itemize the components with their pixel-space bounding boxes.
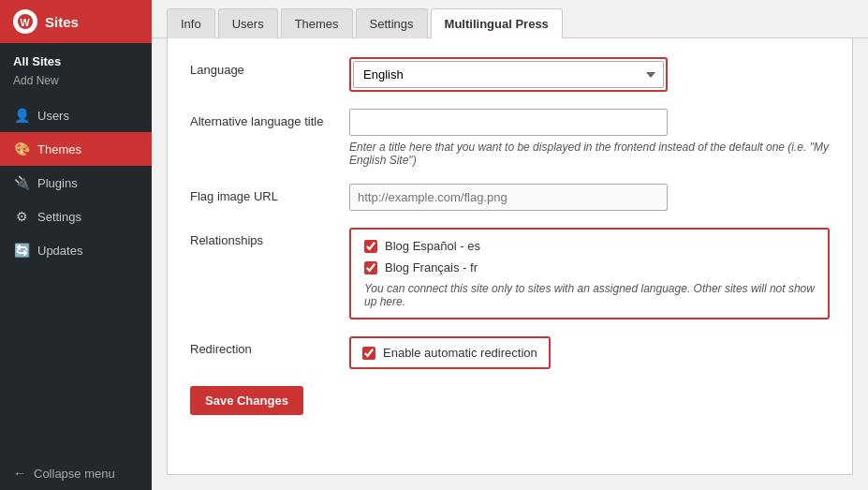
main-content: Info Users Themes Settings Multilingual …	[152, 0, 868, 490]
sidebar-item-plugins[interactable]: Plugins	[0, 166, 152, 200]
wp-logo-icon: W	[13, 9, 37, 34]
save-button[interactable]: Save Changes	[190, 386, 303, 415]
sidebar: W Sites All Sites Add New Users Themes P…	[0, 0, 152, 490]
sidebar-item-updates[interactable]: Updates	[0, 233, 152, 267]
relationships-label: Relationships	[190, 228, 349, 247]
sidebar-item-updates-label: Updates	[37, 244, 82, 258]
alt-title-row: Alternative language title Enter a title…	[190, 109, 830, 167]
flag-url-label: Flag image URL	[190, 184, 349, 203]
sidebar-title: Sites	[45, 14, 79, 30]
themes-icon	[13, 141, 30, 157]
redirection-row: Redirection Enable automatic redirection	[190, 336, 830, 369]
alt-title-label: Alternative language title	[190, 109, 349, 128]
language-control: English French German Spanish	[349, 57, 830, 92]
save-row: Save Changes	[190, 386, 830, 415]
content-area: Language English French German Spanish A…	[167, 38, 853, 475]
alt-title-input[interactable]	[349, 109, 668, 136]
sidebar-item-themes-label: Themes	[37, 142, 81, 156]
sidebar-item-settings-label: Settings	[37, 210, 81, 224]
users-icon	[13, 107, 30, 124]
language-label: Language	[190, 57, 349, 77]
sidebar-logo: W Sites	[0, 0, 152, 43]
alt-title-control: Enter a title here that you want to be d…	[349, 109, 830, 167]
redirection-label: Redirection	[190, 336, 349, 356]
tab-users[interactable]: Users	[218, 8, 278, 38]
relationship-fr-label: Blog Français - fr	[385, 260, 478, 275]
language-select[interactable]: English French German Spanish	[353, 61, 664, 88]
redirection-control: Enable automatic redirection	[349, 336, 830, 369]
relationship-item-es: Blog Español - es	[364, 239, 815, 253]
relationships-box: Blog Español - es Blog Français - fr You…	[349, 228, 830, 319]
sidebar-top-links: All Sites Add New	[0, 43, 152, 98]
collapse-icon	[13, 466, 26, 481]
tab-info[interactable]: Info	[167, 8, 215, 38]
all-sites-link[interactable]: All Sites	[0, 51, 152, 72]
tab-themes[interactable]: Themes	[281, 8, 353, 38]
relationships-hint: You can connect this site only to sites …	[364, 282, 815, 308]
language-row: Language English French German Spanish	[190, 57, 830, 92]
sidebar-item-settings[interactable]: Settings	[0, 200, 152, 233]
svg-text:W: W	[21, 17, 31, 28]
add-new-link[interactable]: Add New	[0, 72, 152, 95]
relationship-item-fr: Blog Français - fr	[364, 260, 815, 275]
relationships-row: Relationships Blog Español - es Blog Fra…	[190, 228, 830, 319]
language-select-wrapper: English French German Spanish	[349, 57, 668, 92]
redirection-checkbox[interactable]	[362, 347, 375, 360]
collapse-menu-button[interactable]: Collapse menu	[0, 456, 152, 490]
tab-multilingual[interactable]: Multilingual Press	[431, 8, 563, 38]
sidebar-item-plugins-label: Plugins	[37, 176, 78, 190]
relationships-control: Blog Español - es Blog Français - fr You…	[349, 228, 830, 319]
sidebar-item-themes[interactable]: Themes	[0, 132, 152, 166]
flag-url-input[interactable]	[349, 184, 668, 211]
tabs-bar: Info Users Themes Settings Multilingual …	[152, 0, 868, 38]
flag-url-control	[349, 184, 830, 211]
relationship-fr-checkbox[interactable]	[364, 261, 377, 275]
redirection-checkbox-label: Enable automatic redirection	[383, 346, 537, 360]
tab-settings[interactable]: Settings	[356, 8, 428, 38]
settings-icon	[13, 208, 30, 225]
redirection-box: Enable automatic redirection	[349, 336, 551, 369]
sidebar-item-users[interactable]: Users	[0, 98, 152, 132]
relationship-es-label: Blog Español - es	[385, 239, 480, 253]
sidebar-item-users-label: Users	[37, 109, 69, 123]
relationship-es-checkbox[interactable]	[364, 240, 377, 253]
updates-icon	[13, 242, 30, 259]
collapse-menu-label: Collapse menu	[34, 467, 115, 481]
flag-url-row: Flag image URL	[190, 184, 830, 211]
plugins-icon	[13, 174, 30, 191]
alt-title-hint: Enter a title here that you want to be d…	[349, 141, 830, 167]
